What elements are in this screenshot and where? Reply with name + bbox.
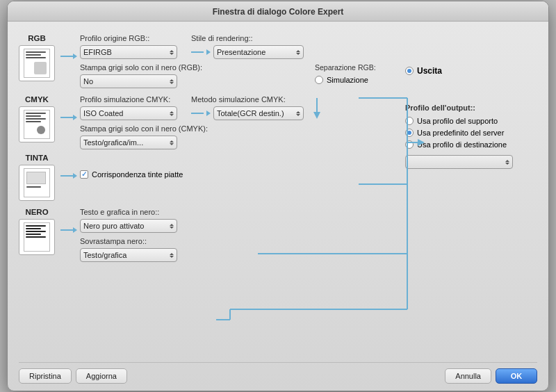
rgb-print-group: Stampa grigi solo con il nero (RGB): No	[80, 63, 304, 88]
tinta-thumbnail	[19, 165, 55, 201]
rgb-thumbnail	[19, 45, 55, 81]
nero-text-label: Testo e grafica in nero::	[80, 208, 177, 216]
dialog-title: Finestra di dialogo Colore Expert	[213, 7, 344, 17]
output-option1-label: Usa profilo del supporto	[417, 117, 498, 125]
simulation-label: Simulazione	[327, 76, 368, 84]
update-button[interactable]: Aggiorna	[76, 368, 127, 384]
nero-text-select[interactable]: Nero puro attivato	[80, 219, 177, 233]
cmyk-label: CMYK	[25, 95, 49, 104]
uscita-label: Uscita	[417, 66, 442, 76]
ok-button[interactable]: OK	[496, 368, 537, 384]
dialog-body: RGB	[8, 22, 548, 391]
rendering-label: Stile di rendering::	[191, 34, 304, 42]
title-bar: Finestra di dialogo Colore Expert	[8, 1, 548, 22]
cmyk-method-select[interactable]: Totale(GCR destin.)	[213, 106, 304, 120]
rendering-arrows	[296, 50, 300, 55]
cmyk-print-group: Stampa grigi solo con il nero (CMYK): Te…	[80, 124, 304, 149]
checkbox-box[interactable]: ✓	[80, 170, 88, 179]
output-option1-radio-btn[interactable]	[405, 117, 414, 125]
output-profile-label: Profilo dell'output::	[405, 104, 513, 112]
nero-thumbnail	[19, 219, 55, 255]
nero-overprint-select[interactable]: Testo/grafica	[80, 248, 177, 262]
simulation-radio[interactable]: Simulazione	[315, 76, 376, 84]
rgb-label: RGB	[28, 34, 46, 42]
cancel-button[interactable]: Annulla	[445, 368, 491, 384]
cmyk-profile-arrows	[170, 111, 174, 116]
rgb-profile-arrows	[170, 50, 174, 55]
output-option3-radio-btn[interactable]	[405, 140, 414, 149]
cmyk-method-label: Metodo simulazione CMYK:	[191, 95, 304, 104]
cmyk-print-value: Testo/grafica/im...	[83, 138, 167, 147]
cmyk-profile-value: ISO Coated	[83, 109, 167, 117]
output-option2-radio-btn[interactable]	[405, 129, 414, 137]
uscita-radio[interactable]: Uscita	[405, 66, 442, 76]
nero-label: NERO	[25, 208, 48, 216]
cmyk-profile-select[interactable]: ISO Coated	[80, 106, 177, 120]
nero-overprint-group: Sovrastampa nero:: Testo/grafica	[80, 237, 177, 262]
spot-color-label: Corrispondenza tinte piatte	[92, 170, 183, 179]
cmyk-thumbnail	[19, 106, 55, 142]
output-option3-radio[interactable]: Usa profilo di destinazione	[405, 140, 513, 149]
nero-text-group: Testo e grafica in nero:: Nero puro atti…	[80, 208, 177, 233]
rgb-profile-value: EFIRGB	[83, 48, 167, 56]
cmyk-method-value: Totale(GCR destin.)	[217, 109, 293, 117]
cmyk-print-select[interactable]: Testo/grafica/im...	[80, 136, 177, 149]
rgb-print-arrows	[170, 79, 174, 84]
cmyk-method-arrows	[296, 111, 300, 116]
sep-rgb-label: Separazione RGB:	[315, 63, 376, 72]
uscita-radio-btn[interactable]	[405, 67, 414, 75]
reset-button[interactable]: Ripristina	[19, 368, 72, 384]
rgb-profile-group: Profilo origine RGB:: EFIRGB	[80, 34, 177, 59]
rgb-print-label: Stampa grigi solo con il nero (RGB):	[80, 63, 304, 72]
tinta-label: TINTA	[25, 154, 48, 162]
cmyk-print-arrows	[170, 140, 174, 145]
output-option2-label: Usa predefinito del server	[417, 129, 504, 137]
rendering-value: Presentazione	[217, 48, 293, 56]
rgb-print-value: No	[83, 77, 167, 85]
nero-text-value: Nero puro attivato	[83, 222, 167, 230]
cmyk-print-label: Stampa grigi solo con il nero (CMYK):	[80, 124, 304, 133]
output-profile-select[interactable]	[405, 155, 513, 169]
output-option1-radio[interactable]: Usa profilo del supporto	[405, 117, 513, 125]
rgb-profile-label: Profilo origine RGB::	[80, 34, 177, 42]
rgb-print-select[interactable]: No	[80, 74, 177, 88]
simulation-radio-btn[interactable]	[315, 76, 323, 84]
cmyk-profile-group: Profilo simulazione CMYK: ISO Coated	[80, 95, 177, 120]
nero-overprint-arrows	[170, 253, 174, 258]
cmyk-method-group: Metodo simulazione CMYK: Totale(GCR dest…	[191, 95, 304, 120]
cmyk-profile-label: Profilo simulazione CMYK:	[80, 95, 177, 104]
spot-color-checkbox[interactable]: ✓ Corrispondenza tinte piatte	[80, 170, 183, 179]
checkbox-check: ✓	[81, 171, 87, 178]
nero-text-arrows	[170, 224, 174, 229]
output-option3-label: Usa profilo di destinazione	[417, 140, 507, 149]
rgb-profile-select[interactable]: EFIRGB	[80, 45, 177, 59]
nero-overprint-value: Testo/grafica	[83, 251, 167, 259]
rendering-select[interactable]: Presentazione	[213, 45, 304, 59]
output-profile-arrows	[505, 160, 509, 165]
dialog-window: Finestra di dialogo Colore Expert RGB	[7, 1, 549, 391]
output-option2-radio[interactable]: Usa predefinito del server	[405, 129, 513, 137]
nero-overprint-label: Sovrastampa nero::	[80, 237, 177, 245]
